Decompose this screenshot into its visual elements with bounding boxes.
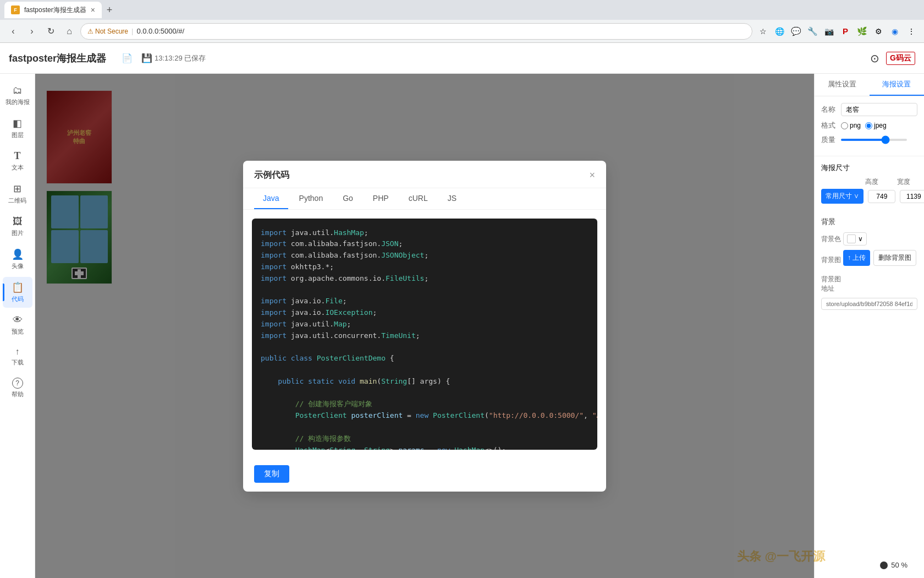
wechat-icon[interactable]: 💬 [789, 24, 803, 39]
settings-icon[interactable]: ⚙ [871, 24, 886, 39]
bottom-bar: 50 % [875, 559, 913, 571]
modal-tab-php[interactable]: PHP [364, 188, 398, 209]
sidebar-item-code[interactable]: 📋 代码 [3, 277, 32, 308]
sidebar-item-layers[interactable]: ◧ 图层 [3, 113, 32, 144]
sidebar-label-preview: 预览 [12, 328, 24, 336]
sidebar-label-code: 代码 [12, 295, 24, 303]
sidebar-label-image: 图片 [12, 229, 24, 237]
ext-icon-2[interactable]: P [838, 24, 853, 39]
bookmark-icon[interactable]: ☆ [756, 24, 770, 39]
modal-close-button[interactable]: × [589, 170, 595, 181]
back-button[interactable]: ‹ [6, 24, 21, 39]
delete-bg-button[interactable]: 删除背景图 [873, 250, 916, 266]
chevron-down-icon: ∨ [858, 235, 863, 243]
tab-close-btn[interactable]: × [91, 6, 95, 14]
not-secure-indicator: ⚠ Not Secure [87, 28, 128, 35]
quality-label: 质量 [821, 135, 841, 145]
ext-icon-1[interactable]: 🔧 [805, 24, 820, 39]
bg-color-label: 背景色 [821, 235, 843, 244]
bg-color-picker[interactable]: ∨ [843, 232, 867, 246]
sidebar-item-image[interactable]: 🖼 图片 [3, 211, 32, 242]
browser-tabs: F fastposter海报生成器 × + [0, 0, 924, 20]
size-header: 海报尺寸 [821, 163, 917, 173]
sidebar-item-help[interactable]: ? 帮助 [3, 373, 32, 403]
tab-properties[interactable]: 属性设置 [815, 74, 870, 96]
format-png[interactable]: png [841, 122, 861, 129]
home-button[interactable]: ⌂ [62, 24, 77, 39]
modal-tab-python[interactable]: Python [290, 188, 332, 209]
image-icon: 🖼 [13, 216, 23, 227]
gitee-logo[interactable]: G码云 [886, 52, 915, 65]
tab-title: fastposter海报生成器 [24, 6, 86, 15]
name-row: 名称 [821, 103, 917, 116]
app-logo: fastposter海报生成器 [9, 52, 106, 65]
modal-header: 示例代码 × [243, 161, 606, 188]
modal-footer: 复制 [243, 459, 606, 492]
size-labels: 高度 宽度 [821, 177, 917, 187]
height-label: 高度 [858, 177, 886, 187]
app-body: 🗂 我的海报 ◧ 图层 T 文本 ⊞ 二维码 🖼 图片 👤 头像 📋 代码 👁 [0, 74, 924, 578]
quality-slider[interactable] [841, 139, 907, 141]
format-jpeg[interactable]: jpeg [865, 122, 887, 129]
ext-icon-3[interactable]: 🌿 [855, 24, 869, 39]
sidebar-label-my-posters: 我的海报 [6, 98, 30, 106]
sidebar-item-my-posters[interactable]: 🗂 我的海报 [3, 80, 32, 111]
save-icon[interactable]: 💾 [139, 51, 155, 66]
forward-button[interactable]: › [24, 24, 40, 39]
width-input[interactable] [900, 190, 924, 203]
chrome-icon[interactable]: ◉ [888, 24, 902, 39]
warning-icon: ⚠ [87, 28, 94, 35]
github-icon[interactable]: ⊙ [870, 52, 879, 65]
bg-url-input[interactable] [821, 298, 917, 310]
sidebar-item-text[interactable]: T 文本 [3, 146, 32, 176]
width-label: 宽度 [890, 177, 917, 187]
tab-favicon: F [11, 6, 20, 14]
zoom-dot [880, 561, 888, 569]
modal-overlay[interactable]: 示例代码 × Java Python Go PHP cURL JS import… [35, 74, 814, 578]
sidebar-label-download: 下载 [12, 358, 24, 367]
active-tab[interactable]: F fastposter海报生成器 × [4, 2, 102, 18]
my-posters-icon: 🗂 [13, 85, 23, 96]
modal-title: 示例代码 [254, 170, 289, 181]
translate-icon[interactable]: 🌐 [772, 24, 787, 39]
height-input[interactable] [868, 190, 895, 203]
download-icon: ↑ [15, 347, 20, 357]
code-icon: 📋 [12, 281, 24, 293]
sidebar-item-qrcode[interactable]: ⊞ 二维码 [3, 178, 32, 209]
new-tab-button[interactable]: + [102, 2, 117, 18]
modal-tab-go[interactable]: Go [334, 188, 362, 209]
save-status: 13:13:29 已保存 [155, 53, 206, 63]
sidebar-label-layers: 图层 [12, 131, 24, 139]
sidebar-label-help: 帮助 [12, 390, 24, 399]
name-input[interactable] [841, 103, 917, 116]
reload-button[interactable]: ↻ [43, 24, 58, 39]
modal-tab-java[interactable]: Java [254, 188, 288, 209]
sidebar-item-avatar[interactable]: 👤 头像 [3, 244, 32, 275]
modal-tab-js[interactable]: JS [439, 188, 465, 209]
upload-bg-button[interactable]: ↑ 上传 [843, 250, 870, 266]
bg-url-label: 背景图地址 [821, 275, 843, 293]
document-icon[interactable]: 📄 [119, 51, 135, 66]
name-label: 名称 [821, 105, 841, 114]
browser-toolbar: ‹ › ↻ ⌂ ⚠ Not Secure | 0.0.0.0:5000/#/ ☆… [0, 20, 924, 43]
modal-tabs: Java Python Go PHP cURL JS [243, 188, 606, 210]
poster-size-title: 海报尺寸 [821, 163, 850, 173]
common-size-button[interactable]: 常用尺寸 ∨ [821, 189, 864, 204]
sidebar-item-download[interactable]: ↑ 下载 [3, 342, 32, 371]
format-radio-group: png jpeg [841, 122, 887, 129]
more-icon[interactable]: ⋮ [904, 24, 919, 39]
format-row: 格式 png jpeg [821, 121, 917, 130]
camera-icon[interactable]: 📷 [822, 24, 836, 39]
main-canvas: 泸州老窖特曲 [35, 74, 814, 578]
copy-button[interactable]: 复制 [254, 465, 289, 483]
tab-poster-settings[interactable]: 海报设置 [870, 74, 925, 96]
sidebar-item-preview[interactable]: 👁 预览 [3, 310, 32, 340]
modal-tab-curl[interactable]: cURL [400, 188, 437, 209]
avatar-icon: 👤 [12, 248, 24, 260]
background-section: 背景 背景色 ∨ 背景图 ↑ 上传 删除背景图 背景图地址 [815, 210, 924, 317]
sidebar-label-qrcode: 二维码 [8, 197, 26, 205]
sidebar: 🗂 我的海报 ◧ 图层 T 文本 ⊞ 二维码 🖼 图片 👤 头像 📋 代码 👁 [0, 74, 35, 578]
url-display: 0.0.0.0:5000/#/ [136, 27, 184, 35]
address-bar[interactable]: ⚠ Not Secure | 0.0.0.0:5000/#/ [80, 23, 752, 40]
preview-icon: 👁 [13, 314, 23, 326]
